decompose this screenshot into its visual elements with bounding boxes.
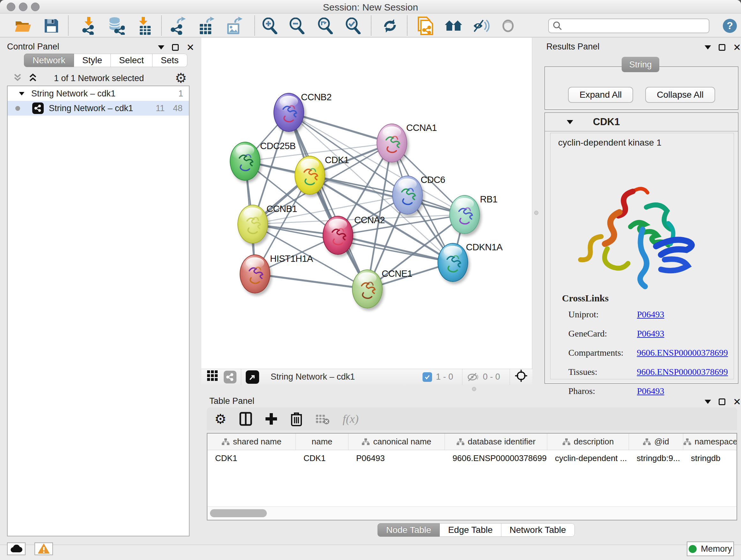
- tab-sets[interactable]: Sets: [152, 54, 187, 67]
- hide-glass-button[interactable]: [472, 17, 490, 35]
- network-canvas[interactable]: CCNB2 CCNA1 CDC25B CDK1 CDC6 RB1 CCNB1 C…: [201, 38, 532, 369]
- network-edge[interactable]: [338, 235, 453, 262]
- network-collapse-all-icon[interactable]: [13, 73, 22, 84]
- node-label-ccnb2: CCNB2: [301, 92, 332, 103]
- table-cell[interactable]: P06493: [348, 450, 445, 466]
- crosslink-value[interactable]: 9606.ENSP00000378699: [637, 367, 728, 377]
- splitter-grip[interactable]: [472, 387, 476, 391]
- node-ccnb2[interactable]: [273, 93, 304, 132]
- apply-layout-button[interactable]: [381, 17, 399, 35]
- float-panel-icon[interactable]: [719, 398, 725, 405]
- table-cell[interactable]: CDK1: [207, 450, 296, 466]
- tab-network-table[interactable]: Network Table: [501, 523, 575, 537]
- export-table-button[interactable]: [197, 17, 216, 35]
- node-cdk1[interactable]: [294, 156, 325, 195]
- table-cell[interactable]: stringdb:9...: [629, 450, 683, 466]
- table-cell[interactable]: 9606.ENSP00000378699: [445, 450, 547, 466]
- float-panel-icon[interactable]: [172, 44, 179, 51]
- cloud-status-button[interactable]: [7, 543, 25, 555]
- birds-eye-view-icon[interactable]: [515, 369, 528, 385]
- import-network-database-button[interactable]: [107, 17, 125, 35]
- export-network-button[interactable]: [169, 17, 187, 35]
- close-panel-icon[interactable]: ✕: [733, 44, 741, 51]
- collapse-panel-icon[interactable]: [704, 400, 711, 404]
- node-ccne1[interactable]: [352, 269, 383, 308]
- horizontal-scrollbar[interactable]: [207, 506, 737, 520]
- add-column-icon[interactable]: [265, 412, 278, 426]
- crosslink-value[interactable]: P06493: [637, 328, 664, 339]
- node-ccna1[interactable]: [377, 124, 407, 163]
- help-button[interactable]: ?: [721, 17, 739, 35]
- node-hist1h1a[interactable]: [240, 254, 270, 294]
- entry-expander-icon[interactable]: [567, 120, 573, 124]
- network-options-gear-icon[interactable]: ⚙: [175, 70, 187, 86]
- column-header-shared-name[interactable]: shared name: [207, 434, 296, 450]
- network-edge[interactable]: [289, 112, 392, 143]
- splitter-grip[interactable]: [534, 211, 538, 215]
- detach-view-icon[interactable]: [246, 370, 259, 384]
- import-network-file-button[interactable]: [79, 17, 98, 35]
- export-image-button[interactable]: [225, 17, 244, 35]
- crosslink-value[interactable]: 9606.ENSP00000378699: [637, 348, 728, 358]
- scrollbar-thumb[interactable]: [210, 509, 267, 517]
- close-panel-icon[interactable]: ✕: [733, 398, 741, 405]
- network-view-icon[interactable]: [224, 371, 237, 383]
- network-collection-row[interactable]: String Network – cdk1 1: [8, 86, 189, 101]
- tab-style[interactable]: Style: [74, 54, 111, 67]
- table-cell[interactable]: cyclin-dependent ...: [547, 450, 629, 466]
- save-session-button[interactable]: [42, 17, 61, 35]
- warning-status-button[interactable]: [35, 543, 53, 555]
- table-row[interactable]: CDK1CDK1P064939606.ENSP00000378699cyclin…: [207, 450, 737, 466]
- column-header-namespace[interactable]: namespace: [683, 434, 737, 450]
- node-ccnb1[interactable]: [238, 205, 268, 244]
- show-column-panel-icon[interactable]: [239, 412, 252, 426]
- title-bar: Session: New Session: [0, 0, 741, 13]
- tab-node-table[interactable]: Node Table: [378, 523, 440, 537]
- collapse-all-button[interactable]: Collapse All: [645, 87, 715, 103]
- table-settings-gear-icon[interactable]: ⚙: [214, 411, 226, 427]
- close-panel-icon[interactable]: ✕: [186, 44, 194, 51]
- table-cell[interactable]: stringdb: [683, 450, 737, 466]
- network-edge[interactable]: [255, 274, 367, 289]
- zoom-out-button[interactable]: [288, 17, 307, 35]
- node-ccna2[interactable]: [323, 216, 353, 255]
- collapse-panel-icon[interactable]: [704, 45, 711, 50]
- tree-expander-icon[interactable]: [18, 91, 25, 96]
- crosslink-value[interactable]: P06493: [637, 386, 664, 396]
- zoom-fit-button[interactable]: [316, 17, 335, 35]
- tab-edge-table[interactable]: Edge Table: [440, 523, 501, 537]
- grid-view-icon[interactable]: [206, 370, 219, 384]
- tab-select[interactable]: Select: [111, 54, 152, 67]
- node-cdc25b[interactable]: [230, 142, 260, 181]
- node-cdkn1a[interactable]: [437, 243, 468, 282]
- protein-entry-header[interactable]: CDK1: [545, 113, 738, 132]
- zoom-in-button[interactable]: [261, 17, 279, 35]
- collapse-panel-icon[interactable]: [158, 45, 164, 50]
- toolbar-separator: [68, 16, 69, 36]
- string-import-button[interactable]: [416, 17, 434, 35]
- column-header-canonical-name[interactable]: canonical name: [348, 434, 445, 450]
- column-header-database-identifier[interactable]: database identifier: [445, 434, 547, 450]
- tab-string[interactable]: String: [622, 57, 659, 72]
- crosslink-value[interactable]: P06493: [637, 309, 664, 320]
- expand-all-button[interactable]: Expand All: [568, 87, 633, 103]
- selected-checkbox-icon[interactable]: [422, 372, 432, 382]
- node-cdc6[interactable]: [392, 176, 423, 214]
- network-row[interactable]: String Network – cdk1 11 48: [8, 101, 189, 116]
- zoom-selected-button[interactable]: [344, 17, 362, 35]
- node-rb1[interactable]: [449, 195, 480, 234]
- string-home-button[interactable]: [444, 17, 463, 35]
- network-expand-all-icon[interactable]: [28, 73, 38, 84]
- memory-button[interactable]: Memory: [687, 542, 734, 556]
- import-table-file-button[interactable]: [135, 17, 154, 35]
- show-glass-button[interactable]: [499, 17, 517, 35]
- column-header--id[interactable]: @id: [629, 434, 683, 450]
- column-header-description[interactable]: description: [547, 434, 629, 450]
- delete-column-trash-icon[interactable]: [290, 412, 302, 426]
- tab-network[interactable]: Network: [24, 54, 74, 67]
- open-session-button[interactable]: [14, 17, 32, 35]
- float-panel-icon[interactable]: [719, 44, 725, 51]
- column-header-name[interactable]: name: [296, 434, 348, 450]
- table-cell[interactable]: CDK1: [296, 450, 348, 466]
- search-input[interactable]: [562, 21, 699, 31]
